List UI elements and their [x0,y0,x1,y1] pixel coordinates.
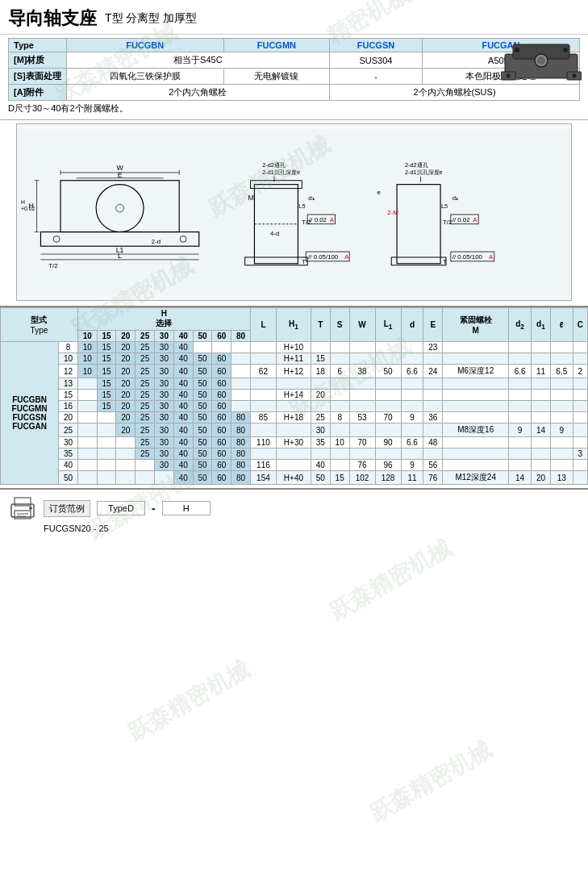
table-row: 15 15 20 25 30 40 50 60 H+14 20 [1,390,588,401]
svg-text:L5: L5 [441,202,448,210]
page-subtitle: T型 分离型 加厚型 [105,11,197,26]
drawing-container: W E H H +0.02 L1 L T/2 2-d [16,123,572,301]
d-val: 40 [59,460,78,471]
printer-icon [8,496,37,520]
svg-point-5 [537,56,545,65]
spec-label-surface: [S]表面处理 [9,69,67,85]
th-h: H选择 [77,308,250,331]
order-example: FUCGSN20 - 25 [8,524,580,533]
d-val: 8 [59,342,78,353]
spec-section: Type FUCGBN FUCGMN FUCGSN FUCGAN [M]材质 相… [0,35,588,120]
svg-point-8 [507,74,511,78]
table-row: 16 15 20 25 30 40 50 60 [1,401,588,412]
material-fucgbn: 相当于S45C [66,52,329,69]
table-row: 13 15 20 25 30 40 50 60 [1,378,588,390]
page-title: 导向轴支座 [8,6,97,31]
th-type: 型式Type [1,308,78,342]
table-row: 12 10 15 20 25 30 40 50 60 62 H+12 18 6 … [1,365,588,378]
th-h30: 30 [155,331,174,342]
th-L1: L1 [375,308,401,342]
svg-text:d₁: d₁ [308,194,314,202]
table-row: 20 20 25 30 40 50 60 80 85 H+18 25 8 53 … [1,412,588,423]
surface-fucgbn: 四氧化三铁保护膜 [66,69,223,85]
svg-text:T: T [302,258,306,265]
spec-label-type: Type [9,39,67,52]
order-label: 订货范例 [44,500,90,517]
data-table-section: 型式Type H选择 L H1 T S W L1 d E 紧固螺栓M d2 d1… [0,306,588,485]
page-header: 导向轴支座 T型 分离型 加厚型 [0,0,588,35]
th-W: W [349,308,375,342]
th-H1: H1 [276,308,311,342]
svg-text:// 0.02: // 0.02 [309,216,327,223]
svg-text:A: A [473,216,477,223]
table-row: FUCGBNFUCGMNFUCGSNFUCGAN 8 10 15 20 25 3… [1,342,588,353]
svg-text:// 0.02: // 0.02 [452,216,470,223]
d-val: 10 [59,353,78,365]
svg-text:2-d: 2-d [152,238,161,245]
svg-text:2-d1沉孔深度e: 2-d1沉孔深度e [405,169,443,176]
material-fucgsn: SUS304 [330,52,423,69]
d-val: 25 [59,423,78,437]
type-label-group: FUCGBNFUCGMNFUCGSNFUCGAN [1,342,59,485]
th-C: C [573,308,587,342]
surface-fucgsn: - [330,69,423,85]
th-l: ℓ [550,308,573,342]
type-fucgbn: FUCGBN [66,39,223,52]
data-table: 型式Type H选择 L H1 T S W L1 d E 紧固螺栓M d2 d1… [0,307,588,485]
th-h20: 20 [116,331,136,342]
svg-text:M: M [248,194,254,202]
d-val: 12 [59,365,78,378]
table-row: 50 40 50 60 80 154 H+40 50 15 102 128 11… [1,471,588,485]
spec-table: Type FUCGBN FUCGMN FUCGSN FUCGAN [M]材质 相… [8,38,580,101]
order-section: 订货范例 TypeD - H FUCGSN20 - 25 [0,488,588,540]
d-val: 30 [59,437,78,449]
table-row: 25 20 25 30 40 50 60 80 30 M8深度16 9 [1,423,588,437]
svg-text:T/2: T/2 [48,262,57,269]
th-M: 紧固螺栓M [443,308,509,342]
table-row: 10 10 15 20 25 30 40 50 60 H+11 15 [1,353,588,365]
th-h80: 80 [231,331,251,342]
svg-point-9 [573,74,577,78]
spec-label-accessory: [A]附件 [9,85,67,101]
order-h-box[interactable]: H [162,501,211,515]
d-val: 16 [59,401,78,412]
svg-text:d₁: d₁ [452,194,458,202]
order-type-box[interactable]: TypeD [97,501,145,515]
svg-text:A: A [330,216,335,223]
svg-text:A: A [344,253,349,261]
svg-point-3 [563,48,568,52]
d-val: 50 [59,471,78,485]
svg-text:e: e [377,189,382,196]
d-val: 20 [59,412,78,423]
d-val: 15 [59,390,78,401]
type-fucgmn: FUCGMN [223,39,329,52]
surface-fucgmn: 无电解镀镍 [223,69,329,85]
th-d2: d2 [509,308,532,342]
svg-text:2-M: 2-M [387,209,398,216]
th-d1: d1 [532,308,551,342]
spec-label-material: [M]材质 [9,52,67,69]
th-E: E [423,308,443,342]
accessory-fucgsn: 2个内六角螺栓(SUS) [330,85,580,101]
svg-point-76 [29,507,32,510]
svg-text:// 0.05/100: // 0.05/100 [452,253,483,261]
svg-text:2-d1沉孔深度e: 2-d1沉孔深度e [262,169,300,176]
accessory-fucgbn: 2个内六角螺栓 [66,85,329,101]
table-row: 40 30 40 50 60 80 116 40 76 96 9 56 [1,460,588,471]
th-h10: 10 [77,331,97,342]
th-h25: 25 [136,331,155,342]
svg-point-2 [515,48,519,52]
type-fucgsn: FUCGSN [330,39,423,52]
svg-text:// 0.05/100: // 0.05/100 [308,253,339,261]
th-h40: 40 [173,331,193,342]
product-svg [501,38,582,85]
th-S: S [330,308,349,342]
table-row: 35 25 30 40 50 60 80 [1,449,588,460]
product-image [501,38,582,86]
th-T: T [311,308,330,342]
svg-text:A: A [489,253,494,261]
svg-text:H: H [21,199,25,205]
svg-text:L: L [118,252,122,260]
th-h50: 50 [193,331,212,342]
th-d: d [401,308,423,342]
